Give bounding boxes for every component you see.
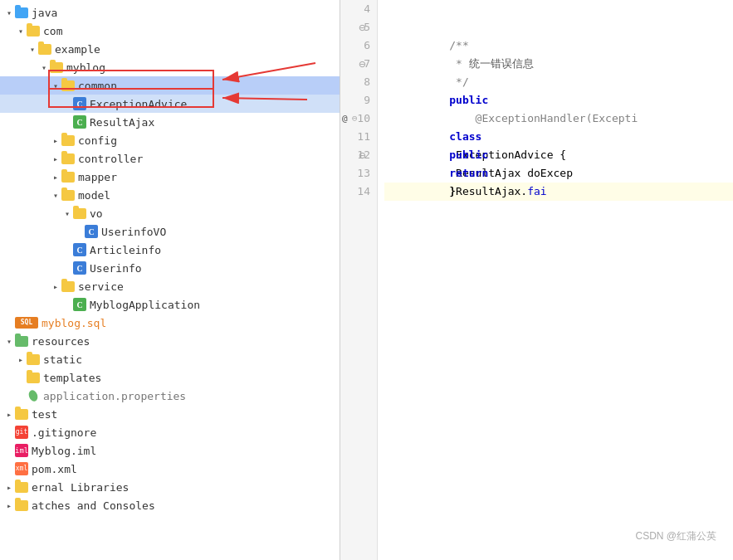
folder-icon-com [27,26,40,37]
tree-item-gitignore[interactable]: git .gitignore [0,423,340,441]
expand-arrow-resources [3,337,15,346]
class-icon-resultajax: C [73,115,86,129]
git-icon: git [15,426,28,439]
gutter-at-icon: @ [342,110,348,128]
tree-item-vo[interactable]: vo [0,204,340,222]
expand-arrow-service [50,282,61,291]
brace-13: } [449,185,456,197]
tree-label-resources: resources [32,335,90,348]
class-icon-exceptionadvice: C [73,97,86,110]
tree-label-vo: vo [90,207,103,220]
tree-item-config[interactable]: config [0,131,340,149]
class-icon-articleinfo: C [73,243,86,256]
tree-item-static[interactable]: static [0,350,340,368]
annotation-9: @ExceptionHandler(Excepti [449,112,638,124]
class-icon-userinfo: C [73,261,86,275]
expand-arrow-controller [50,154,61,163]
fold-icon-7: ⊖ [359,55,365,73]
tree-label-service: service [78,280,124,293]
comment-5: /** [449,39,468,51]
tree-label-extlibs: ernal Libraries [32,481,129,494]
folder-icon-extlibs [15,482,28,493]
folder-icon-config [61,135,75,146]
line-num-10: @ ⊖ 10 [340,110,377,128]
tree-label-userinfovo: UserinfoVO [101,226,166,238]
folder-icon-static [27,354,40,365]
expand-arrow-mapper [50,173,61,182]
expand-arrow-extlibs [3,483,15,492]
tree-item-articleinfo[interactable]: C Articleinfo [0,241,340,259]
tree-item-controller[interactable]: controller [0,149,340,168]
expand-arrow-static [15,355,27,364]
expand-arrow-scratches [3,501,15,510]
tree-label-scratches: atches and Consoles [32,499,155,512]
fold-icon-5: ⊖ [359,18,365,37]
expand-arrow-config [50,136,61,145]
tree-item-myblogsql[interactable]: SQL myblog.sql [0,314,340,332]
code-line-5: /** [384,18,733,37]
line-num-13: 13 [340,164,377,183]
tree-label-myblogapp: MyblogApplication [90,299,200,311]
tree-label-com: com [43,25,62,37]
tree-item-pom[interactable]: xml pom.xml [0,460,340,478]
space-11: ResultAjax. [449,185,527,197]
tree-label-java: java [32,7,57,19]
line-num-7: ⊖ 7 [340,55,377,73]
method-fai-11: fai [527,185,546,197]
svg-point-0 [27,389,39,402]
tree-item-java[interactable]: java [0,3,340,22]
class-icon-userinfovo: C [85,225,98,238]
folder-icon-templates [27,373,40,383]
tree-item-appprops[interactable]: application.properties [0,387,340,405]
class-icon-myblogapp: C [73,298,86,311]
line-num-5: ⊖ 5 [340,18,377,37]
tree-label-example: example [55,43,100,56]
tree-item-myblog[interactable]: myblog [0,58,340,76]
tree-label-myblog: myblog [66,61,105,74]
iml-icon: iml [15,444,28,457]
tree-item-myblogiml[interactable]: iml Myblog.iml [0,441,340,460]
tree-label-resultajax: ResultAjax [90,116,154,129]
tree-item-userinfo[interactable]: C Userinfo [0,259,340,277]
tree-item-resultajax[interactable]: C ResultAjax [0,113,340,131]
tree-item-templates[interactable]: templates [0,368,340,387]
tree-item-test[interactable]: test [0,405,340,423]
line-num-11: 11 [340,128,377,146]
tree-item-exceptionadvice[interactable]: C ExceptionAdvice [0,95,340,113]
tree-item-userinfovo[interactable]: C UserinfoVO [0,222,340,241]
tree-label-articleinfo: Articleinfo [90,244,161,256]
fold-icon-10: ⊖ [352,110,358,128]
tree-item-common[interactable]: common [0,76,340,95]
folder-icon-mapper [61,172,75,183]
tree-label-exceptionadvice: ExceptionAdvice [90,98,187,110]
tree-item-mapper[interactable]: mapper [0,168,340,186]
expand-arrow-myblog [38,63,50,72]
tree-item-model[interactable]: model [0,186,340,204]
tree-item-scratches[interactable]: atches and Consoles [0,496,340,514]
indent-12 [449,167,475,179]
tree-item-service[interactable]: service [0,277,340,295]
folder-icon-controller [61,153,75,164]
line-numbers: 4 ⊖ 5 6 ⊖ 7 8 9 @ ⊖ 10 11 [340,0,378,560]
expand-arrow-model [50,191,61,200]
tree-item-myblogapplication[interactable]: C MyblogApplication [0,295,340,314]
line-num-14: 14 [340,183,377,201]
fold-icon-12: ⊖ [359,146,365,164]
code-lines-container: /** * 统一错误信息 */ public class ExceptionAd… [378,0,733,560]
folder-icon-java [15,7,28,18]
tree-label-model: model [78,189,110,202]
comment-6: * [449,57,468,70]
folder-icon-resources [15,336,28,347]
line-num-6: 6 [340,37,377,55]
tree-item-com[interactable]: com [0,22,340,40]
tree-label-pom: pom.xml [32,463,77,475]
tree-item-resources[interactable]: resources [0,332,340,350]
line-num-4: 4 [340,0,377,18]
expand-arrow-common [50,81,61,90]
folder-icon-common [61,80,75,91]
tree-item-external-libs[interactable]: ernal Libraries [0,478,340,496]
tree-label-mapper: mapper [78,171,117,183]
tree-item-example[interactable]: example [0,40,340,58]
code-content: 4 ⊖ 5 6 ⊖ 7 8 9 @ ⊖ 10 11 [340,0,733,560]
tree-label-myblogsql: myblog.sql [42,317,106,329]
